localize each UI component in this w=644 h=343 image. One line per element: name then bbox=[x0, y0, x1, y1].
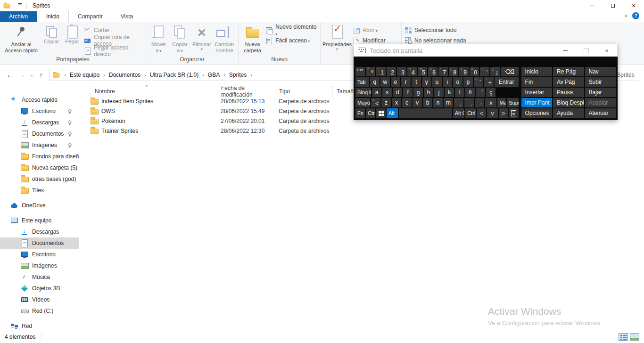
key-o[interactable]: o bbox=[453, 77, 462, 87]
breadcrumb-separator-icon[interactable]: › bbox=[199, 72, 207, 78]
key-s[interactable]: s bbox=[382, 88, 392, 97]
up-icon[interactable]: ↑ bbox=[35, 71, 47, 79]
breadcrumb-item[interactable]: Documentos bbox=[108, 72, 141, 78]
sidebar-item[interactable]: OneDrive bbox=[0, 200, 79, 211]
key-ñ[interactable]: ñ bbox=[465, 88, 475, 97]
breadcrumb-separator-icon[interactable]: › bbox=[100, 72, 108, 78]
key-x[interactable]: x bbox=[392, 98, 401, 107]
sidebar-item[interactable]: Imágenes bbox=[0, 260, 79, 271]
tab-archivo[interactable]: Archivo bbox=[0, 11, 37, 22]
delete-button[interactable]: × Eliminar bbox=[191, 23, 213, 56]
move-to-button[interactable]: ← Mover a bbox=[148, 23, 169, 56]
rename-button[interactable]: Cambiar nombre bbox=[213, 23, 236, 56]
key-Subir[interactable]: Subir bbox=[585, 77, 616, 87]
key-4[interactable]: $4 bbox=[407, 67, 417, 76]
breadcrumb-separator-icon[interactable]: › bbox=[248, 72, 255, 78]
menu-key[interactable] bbox=[509, 108, 519, 118]
key-Atenuar[interactable]: Atenuar bbox=[585, 108, 616, 118]
key-Tab[interactable]: Tab bbox=[355, 77, 369, 87]
key-e[interactable]: e bbox=[391, 77, 400, 87]
key-z[interactable]: z bbox=[381, 98, 391, 107]
windows-key[interactable] bbox=[376, 108, 386, 118]
new-folder-button[interactable]: Nueva carpeta bbox=[240, 23, 264, 56]
key-h[interactable]: h bbox=[424, 88, 433, 97]
key-,[interactable]: ;, bbox=[454, 98, 463, 107]
key-Inicio[interactable]: Inicio bbox=[521, 67, 552, 76]
details-view-icon[interactable] bbox=[619, 333, 628, 341]
key-+[interactable]: *+ bbox=[484, 77, 494, 87]
sidebar-item[interactable]: Descargas bbox=[0, 226, 79, 237]
sidebar-item[interactable]: Documentos bbox=[0, 128, 79, 139]
breadcrumb-separator-icon[interactable]: › bbox=[221, 72, 228, 78]
key-w[interactable]: w bbox=[380, 77, 390, 87]
sidebar-item[interactable]: Acceso rápido bbox=[0, 94, 79, 106]
key-<[interactable]: >< bbox=[371, 98, 380, 107]
key-Mayús[interactable]: Mayús bbox=[355, 98, 370, 107]
key-d[interactable]: d bbox=[393, 88, 402, 97]
key-Esc[interactable]: Esc bbox=[355, 67, 365, 76]
minimize-button[interactable] bbox=[582, 0, 603, 11]
key-'[interactable]: ?' bbox=[480, 67, 489, 76]
key-Bajar[interactable]: Bajar bbox=[585, 88, 616, 97]
osk-maximize-button[interactable] bbox=[576, 44, 596, 57]
key-3[interactable]: ·3 bbox=[397, 67, 406, 76]
column-header-fecha[interactable]: Fecha de modificación bbox=[217, 85, 275, 98]
sidebar-item[interactable]: Documentos bbox=[0, 237, 79, 249]
forward-icon[interactable]: → bbox=[16, 71, 28, 79]
sidebar-item[interactable]: Tiles bbox=[0, 185, 79, 196]
key-c[interactable]: c bbox=[402, 98, 412, 107]
paste-shortcut-button[interactable]: Pegar acceso directo bbox=[84, 46, 143, 56]
easy-access-button[interactable]: Fácil acceso bbox=[265, 35, 318, 46]
key-u[interactable]: u bbox=[432, 77, 442, 87]
key-Opciones[interactable]: Opciones bbox=[521, 108, 552, 118]
key-l[interactable]: l bbox=[455, 88, 464, 97]
key--[interactable]: _- bbox=[475, 98, 484, 107]
key-Fn[interactable]: Fn bbox=[355, 108, 365, 118]
key-Bloq Despl[interactable]: Bloq Despl bbox=[553, 98, 584, 107]
column-header-nombre[interactable]: Nombre bbox=[91, 85, 217, 98]
file-row[interactable]: Trainer Sprites28/06/2022 12:30Carpeta d… bbox=[79, 126, 644, 136]
key-Ctrl[interactable]: Ctrl bbox=[366, 108, 375, 118]
key-v[interactable]: v bbox=[413, 98, 422, 107]
collapse-ribbon-icon[interactable]: ∧ bbox=[624, 13, 627, 18]
key-j[interactable]: j bbox=[434, 88, 444, 97]
osk-minimize-button[interactable] bbox=[555, 44, 576, 57]
sidebar-item[interactable]: Descargas bbox=[0, 117, 79, 128]
customize-quick-access-toolbar-icon[interactable] bbox=[17, 3, 24, 8]
key-Impr Pant[interactable]: Impr Pant bbox=[521, 98, 552, 107]
sidebar-item[interactable]: Vídeos bbox=[0, 294, 79, 305]
breadcrumb-item[interactable]: GBA bbox=[207, 72, 221, 78]
back-icon[interactable]: ← bbox=[4, 71, 16, 79]
key-7[interactable]: /7 bbox=[438, 67, 448, 76]
key-2[interactable]: "2 bbox=[387, 67, 396, 76]
key-a[interactable]: a bbox=[372, 88, 381, 97]
key-Mayús[interactable]: Mayús bbox=[497, 98, 506, 107]
key-<[interactable]: < bbox=[477, 108, 486, 118]
breadcrumb-item[interactable]: Este equipo bbox=[69, 72, 100, 78]
key-Re Pág[interactable]: Re Pág bbox=[553, 67, 584, 76]
key-Entrar[interactable]: Entrar bbox=[495, 77, 519, 87]
key-t[interactable]: t bbox=[412, 77, 421, 87]
tab-compartir[interactable]: Compartir bbox=[69, 11, 112, 22]
paste-button[interactable]: Pegar bbox=[62, 23, 82, 56]
sidebar-item[interactable]: otras bases (god) bbox=[0, 173, 79, 185]
breadcrumb-separator-icon[interactable]: › bbox=[141, 72, 149, 78]
sidebar-item[interactable]: Escritorio bbox=[0, 249, 79, 260]
key-n[interactable]: n bbox=[433, 98, 443, 107]
backspace-key[interactable]: ⌫ bbox=[501, 67, 519, 76]
key-`[interactable]: ^` bbox=[474, 77, 483, 87]
key-9[interactable]: )9 bbox=[459, 67, 469, 76]
key-Alt[interactable]: Alt bbox=[387, 108, 398, 118]
select-all-button[interactable]: Seleccionar todo bbox=[405, 25, 471, 35]
close-button[interactable]: × bbox=[623, 0, 644, 11]
key-Nav[interactable]: Nav bbox=[585, 67, 616, 76]
key-Pausa[interactable]: Pausa bbox=[553, 88, 584, 97]
key-6[interactable]: &6 bbox=[428, 67, 438, 76]
key-f[interactable]: f bbox=[403, 88, 413, 97]
key-Fin[interactable]: Fin bbox=[521, 77, 552, 87]
sidebar-item[interactable]: Objetos 3D bbox=[0, 283, 79, 294]
sidebar-item[interactable]: Imágenes bbox=[0, 139, 79, 151]
new-item-button[interactable]: Nuevo elemento bbox=[265, 25, 318, 35]
key-Ctrl[interactable]: Ctrl bbox=[465, 108, 476, 118]
key-5[interactable]: %5 bbox=[418, 67, 427, 76]
